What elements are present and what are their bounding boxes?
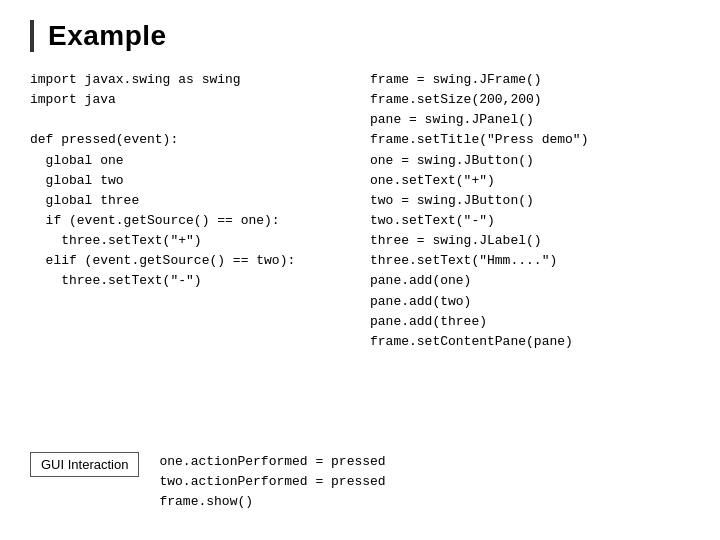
code-area: import javax.swing as swing import java … xyxy=(30,70,690,352)
title-section: Example xyxy=(30,20,690,52)
footer-label: GUI Interaction xyxy=(30,452,139,477)
code-left: import javax.swing as swing import java … xyxy=(30,70,370,352)
slide-title: Example xyxy=(48,20,167,51)
slide-container: Example import javax.swing as swing impo… xyxy=(0,0,720,540)
footer-code-right: one.actionPerformed = pressed two.action… xyxy=(159,452,690,512)
code-right: frame = swing.JFrame() frame.setSize(200… xyxy=(370,70,690,352)
footer-section: GUI Interaction one.actionPerformed = pr… xyxy=(30,452,690,512)
